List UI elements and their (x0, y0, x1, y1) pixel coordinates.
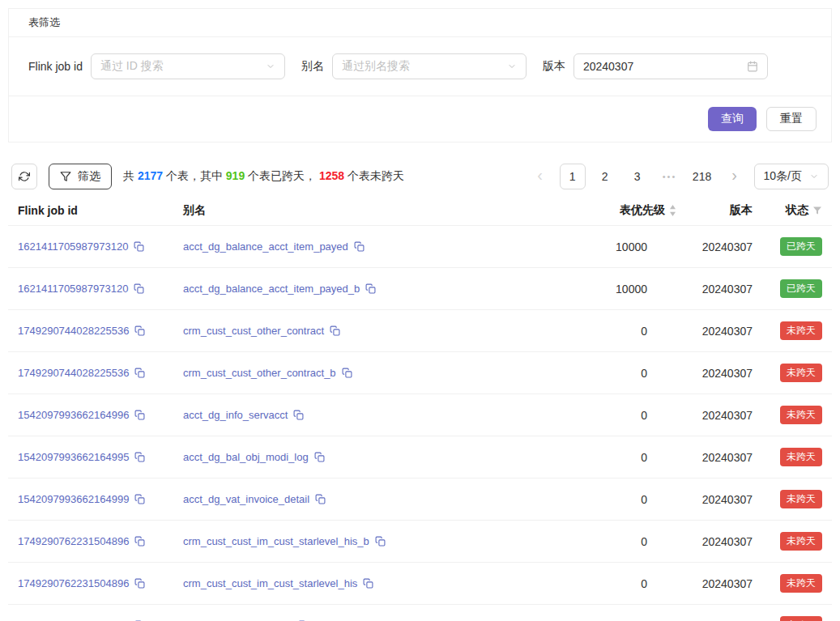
flink-job-id-field: Flink job id 通过 ID 搜索 (28, 53, 285, 79)
query-button[interactable]: 查询 (708, 107, 757, 131)
copy-icon[interactable] (134, 452, 145, 465)
alias-link[interactable]: acct_dg_balance_acct_item_payed (183, 240, 348, 253)
copy-icon[interactable] (134, 283, 144, 296)
version-cell: 20240307 (683, 352, 761, 394)
priority-cell: 10000 (578, 226, 683, 268)
header-status: 状态 (761, 196, 832, 226)
page-size-label: 10条/页 (764, 169, 802, 184)
status-badge: 未跨天 (780, 406, 822, 424)
copy-icon[interactable] (330, 325, 340, 338)
alias-link[interactable]: crm_cust_cust_im_cust_starlevel_his_b (183, 535, 369, 547)
priority-cell: 0 (578, 394, 683, 436)
priority-cell: 0 (578, 352, 683, 394)
copy-icon[interactable] (134, 494, 145, 507)
copy-icon[interactable] (354, 241, 365, 254)
alias-link[interactable]: acct_dg_info_servacct (183, 409, 288, 421)
filter-toggle-label: 筛选 (78, 169, 100, 184)
copy-icon[interactable] (363, 578, 373, 591)
pagination-next-icon[interactable]: › (722, 164, 748, 189)
header-priority[interactable]: 表优先级 (578, 196, 683, 226)
job-id-link[interactable]: 1749290744028225536 (18, 325, 129, 337)
copy-icon[interactable] (134, 578, 145, 591)
copy-icon[interactable] (134, 536, 145, 549)
job-id-link[interactable]: 1542097993662164999 (18, 493, 129, 505)
status-badge: 已跨天 (780, 279, 822, 298)
copy-icon[interactable] (134, 410, 145, 423)
job-id-link[interactable]: 1749290744028225536 (18, 367, 129, 379)
copy-icon[interactable] (134, 368, 145, 381)
status-badge: 已跨天 (780, 237, 822, 256)
version-cell: 20240307 (683, 605, 761, 621)
reset-button[interactable]: 重置 (766, 107, 817, 131)
priority-cell: 0 (578, 521, 683, 563)
alias-label: 别名 (301, 59, 324, 74)
priority-cell: 10000 (578, 268, 683, 310)
chevron-down-icon (266, 62, 275, 71)
column-filter-icon[interactable] (812, 206, 822, 215)
filter-panel: 表筛选 Flink job id 通过 ID 搜索 别名 通过别名搜索 版本 (8, 8, 832, 142)
page: 表筛选 Flink job id 通过 ID 搜索 别名 通过别名搜索 版本 (0, 0, 840, 621)
pagination-page-1[interactable]: 1 (560, 164, 586, 189)
alias-link[interactable]: crm_cust_cust_other_contract (183, 325, 324, 337)
job-id-link[interactable]: 1621411705987973120 (18, 240, 128, 253)
status-badge: 未跨天 (780, 490, 822, 508)
alias-select[interactable]: 通过别名搜索 (332, 53, 527, 79)
status-badge: 未跨天 (780, 532, 822, 551)
version-cell: 20240307 (683, 479, 761, 521)
status-badge: 未跨天 (780, 448, 822, 466)
alias-link[interactable]: crm_cust_cust_im_cust_starlevel_his (183, 577, 357, 589)
version-cell: 20240307 (683, 310, 761, 352)
refresh-icon (19, 171, 30, 182)
alias-link[interactable]: acct_dg_vat_invoice_detail (183, 493, 309, 505)
priority-cell: 0 (578, 479, 683, 521)
refresh-button[interactable] (11, 164, 37, 189)
filter-toggle-button[interactable]: 筛选 (49, 164, 112, 189)
copy-icon[interactable] (134, 241, 144, 254)
alias-link[interactable]: acct_dg_bal_obj_modi_log (183, 451, 309, 463)
job-id-link[interactable]: 1749290762231504896 (18, 577, 129, 589)
version-cell: 20240307 (683, 226, 761, 268)
table-row: 1542097993662164995acct_dg_bal_obj_modi_… (8, 436, 832, 479)
version-cell: 20240307 (683, 436, 761, 479)
table-row: 1749290762231504896crm_cust_cust_im_cust… (8, 563, 832, 605)
job-id-link[interactable]: 1621411705987973120 (18, 283, 128, 295)
version-input[interactable] (583, 60, 747, 73)
copy-icon[interactable] (375, 536, 386, 549)
table-row: 1621411705987973120acct_dg_balance_acct_… (8, 268, 832, 310)
table-row: 1621411705987973120acct_dg_balance_acct_… (8, 226, 832, 268)
pagination-page-218[interactable]: 218 (689, 164, 715, 189)
calendar-icon (747, 61, 758, 72)
copy-icon[interactable] (314, 452, 325, 465)
pagination-page-3[interactable]: 3 (625, 164, 650, 189)
job-id-link[interactable]: 1542097993662164996 (18, 409, 129, 421)
alias-placeholder: 通过别名搜索 (342, 59, 507, 74)
copy-icon[interactable] (365, 283, 376, 296)
pagination-page-2[interactable]: 2 (592, 164, 618, 189)
job-id-link[interactable]: 1542097993662164995 (18, 451, 129, 463)
alias-link[interactable]: crm_cust_cust_other_contract_b (183, 367, 336, 379)
version-date-input[interactable] (574, 53, 768, 79)
status-badge: 未跨天 (780, 364, 822, 382)
header-version: 版本 (683, 196, 761, 226)
table-row: 1749290744028225536crm_cust_cust_other_c… (8, 310, 832, 352)
copy-icon[interactable] (293, 410, 304, 423)
total-count: 2177 (138, 169, 163, 182)
status-badge: 未跨天 (780, 616, 822, 621)
sort-icon[interactable] (669, 205, 676, 216)
copy-icon[interactable] (134, 325, 145, 338)
table-body: 1621411705987973120acct_dg_balance_acct_… (8, 226, 832, 621)
page-size-select[interactable]: 10条/页 (754, 164, 829, 189)
version-cell: 20240307 (683, 394, 761, 436)
table-header-row: Flink job id 别名 表优先级 版本 状态 (8, 196, 832, 226)
alias-link[interactable]: acct_dg_balance_acct_item_payed_b (183, 283, 360, 295)
pagination-prev-icon[interactable]: ‹ (527, 164, 553, 189)
version-cell: 20240307 (683, 268, 761, 310)
copy-icon[interactable] (315, 494, 326, 507)
copy-icon[interactable] (342, 368, 352, 381)
job-id-link[interactable]: 1749290762231504896 (18, 535, 129, 547)
filter-panel-title: 表筛选 (9, 9, 831, 37)
priority-cell: 0 (578, 310, 683, 352)
flink-job-id-select[interactable]: 通过 ID 搜索 (91, 53, 285, 79)
table-row: 1749290866069889024acct_dg_staff_oper_lo… (8, 605, 832, 621)
flink-job-id-label: Flink job id (28, 60, 83, 73)
